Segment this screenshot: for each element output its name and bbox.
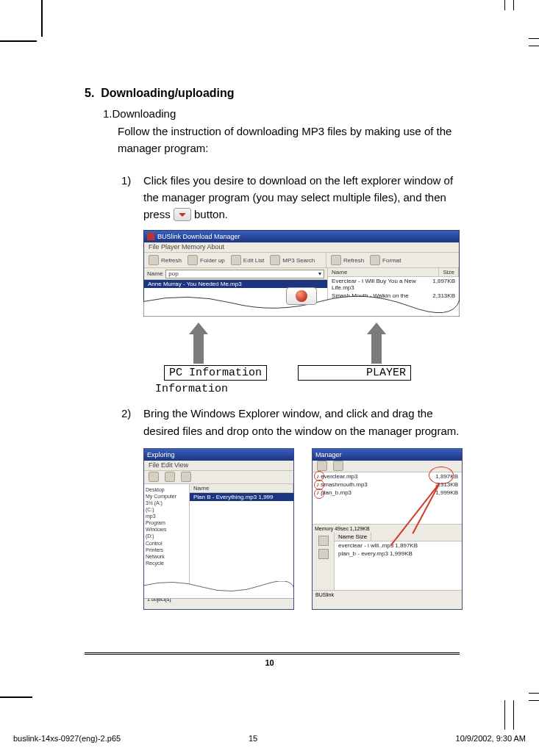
transfer-button (286, 287, 317, 305)
panes: Desktop My Computer 3½ (A:) (C:) mp3 Pro… (144, 484, 293, 594)
explorer-window: Exploring File Edit View Desktop My Comp… (143, 448, 294, 610)
page-number: 10 (0, 658, 539, 667)
manager-window-small: Manager ♪ everclear.mp31,897KB ♪ smashmo… (312, 448, 463, 610)
figure-drag-drop: Exploring File Edit View Desktop My Comp… (143, 448, 467, 610)
page-rule (85, 652, 460, 655)
list-item: Smash Mouth - Walkin on the Sun.mp32,313… (328, 292, 459, 306)
folder-dropdown: pop▾ (165, 270, 324, 278)
status-bar: 1 object(s) (144, 594, 293, 606)
toolbar: Refresh Folder up Edit List MP3 Search R… (144, 253, 459, 268)
crop-mark (41, 0, 43, 37)
toolbar-right: Refresh Format (326, 253, 459, 267)
tb-icon (333, 461, 343, 471)
folder-up-icon (188, 255, 198, 265)
crop-mark (0, 40, 37, 42)
toolbar-button: Refresh (331, 255, 364, 265)
subsection-label: 1.Downloading (103, 107, 471, 120)
step-number: 2) (121, 405, 143, 439)
app-icon (147, 233, 154, 240)
window-titlebar: Exploring (144, 449, 293, 461)
crop-mark (529, 38, 539, 39)
edit-icon (231, 255, 241, 265)
toolbar-button: MP3 Search (270, 255, 315, 265)
crop-mark (529, 700, 539, 701)
crop-mark (513, 700, 514, 730)
list-item: Plan B - Everything.mp3 1,999 (190, 493, 293, 501)
crop-mark (529, 693, 539, 694)
step-number: 1) (121, 172, 143, 223)
section-heading: Downloading/uploading (101, 87, 234, 99)
tb-icon (165, 472, 175, 482)
crop-mark (0, 696, 32, 698)
address-bar: Name pop▾ (144, 268, 327, 280)
footer: buslink-14xs-0927(eng)-2.p65 15 10/9/200… (13, 734, 526, 743)
page-content: 5. Downloading/uploading 1.Downloading F… (85, 87, 471, 610)
format-icon (370, 255, 380, 265)
section-number: 5. (85, 87, 94, 99)
file-list: Name Plan B - Everything.mp3 1,999 (190, 484, 293, 594)
step-1: 1) Click files you desire to download on… (121, 172, 471, 223)
footer-page: 15 (249, 734, 257, 743)
tb-icon (149, 472, 159, 482)
window-title: BUSlink Download Manager (157, 233, 456, 240)
window-menubar: File Edit View (144, 461, 293, 471)
icon (318, 549, 329, 559)
tb-icon (317, 461, 327, 471)
toolbar-left: Refresh Folder up Edit List MP3 Search (144, 253, 326, 267)
figure-manager-window: BUSlink Download Manager File Player Mem… (143, 230, 460, 392)
step-2: 2) Bring the Windows Explorer window, an… (121, 405, 471, 439)
callouts: PC Information PLAYER Information (143, 333, 460, 392)
list-item: everclear - i will..mp3 1,897KB (335, 541, 462, 550)
icon (318, 536, 329, 546)
window-menubar: File Player Memory About (144, 242, 459, 253)
circle-annotation (314, 489, 324, 499)
callout-label-info: Information (155, 383, 228, 395)
player-pane: NameSize Everclear - I Will Buy You a Ne… (328, 268, 459, 314)
toolbar-button: Edit List (231, 255, 264, 265)
crop-mark (513, 0, 514, 10)
column-headers: NameSize (328, 268, 459, 277)
arrow-up-icon (371, 333, 382, 364)
download-arrow-icon (174, 208, 191, 221)
arrow-up-icon (193, 333, 204, 364)
subsection: 1.Downloading Follow the instruction of … (103, 107, 471, 223)
section-title: 5. Downloading/uploading (85, 87, 471, 100)
search-icon (270, 255, 280, 265)
callout-label-player: PLAYER (298, 365, 411, 381)
detail-list: Name Size everclear - i will..mp3 1,897K… (335, 533, 462, 590)
crop-mark (529, 46, 539, 46)
transfer-circle-icon (296, 290, 307, 302)
toolbar (144, 471, 293, 484)
step-body: Click files you desire to download on th… (143, 172, 471, 223)
refresh-icon (331, 255, 341, 265)
memory-bar: Memory 49sec 1,129KB (313, 524, 462, 533)
refresh-icon (149, 255, 159, 265)
callout-label-pc: PC Information (164, 365, 267, 381)
crop-mark (504, 0, 505, 10)
list-item: plan_b - every.mp3 1,999KB (335, 550, 462, 558)
list-item: Everclear - I Will Buy You a New Life.mp… (328, 277, 459, 292)
window-titlebar: BUSlink Download Manager (144, 231, 459, 242)
folder-tree: Desktop My Computer 3½ (A:) (C:) mp3 Pro… (144, 484, 190, 594)
toolbar-button: Refresh (149, 255, 182, 265)
footer-timestamp: 10/9/2002, 9:30 AM (456, 734, 526, 743)
toolbar-button: Folder up (188, 255, 225, 265)
status-bar: BUSlink (313, 590, 462, 602)
toolbar-button: Format (370, 255, 401, 265)
crop-mark (504, 700, 505, 730)
detail-pane: Name Size everclear - i will..mp3 1,897K… (313, 533, 462, 590)
list-item: ♪ plan_b.mp31,999KB (313, 489, 462, 497)
circle-annotation (429, 467, 454, 484)
footer-filename: buslink-14xs-0927(eng)-2.p65 (13, 734, 121, 743)
side-icons (313, 533, 335, 590)
tb-icon (181, 472, 191, 482)
subsection-intro: Follow the instruction of downloading MP… (118, 123, 471, 157)
window-titlebar: Manager (313, 449, 462, 461)
step-2-wrap: 2) Bring the Windows Explorer window, an… (103, 405, 471, 439)
step-body: Bring the Windows Explorer window, and c… (143, 405, 471, 439)
